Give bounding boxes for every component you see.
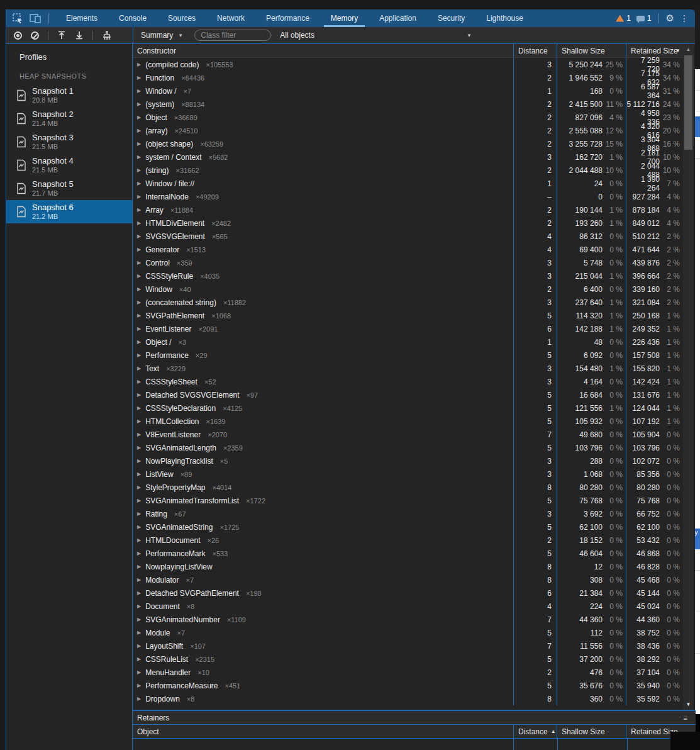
table-row[interactable]: ▶SVGPathElement×10685114 3201 %250 1681 … [133,309,683,322]
load-profile-icon[interactable] [57,31,66,40]
table-row[interactable]: ▶Window×4026 4000 %339 1602 % [133,283,683,296]
table-row[interactable]: ▶Rating×6733 6920 %66 7520 % [133,507,683,520]
expander-icon[interactable]: ▶ [137,62,141,67]
tab-memory[interactable]: Memory [320,9,369,27]
record-heap-snapshot-icon[interactable] [14,31,22,40]
expander-icon[interactable]: ▶ [137,643,141,649]
table-row[interactable]: ▶PerformanceMark×533546 6040 %46 8680 % [133,547,683,560]
expander-icon[interactable]: ▶ [137,339,141,345]
expander-icon[interactable]: ▶ [137,537,141,543]
table-row[interactable]: ▶PerformanceMeasure×451535 6760 %35 9400… [133,679,683,692]
save-profile-icon[interactable] [75,31,84,40]
table-row[interactable]: ▶CSSStyleDeclaration×41255121 5561 %124 … [133,401,683,415]
expander-icon[interactable]: ▶ [137,286,141,292]
table-row[interactable]: ▶NowplayingListView8120 %46 8280 % [133,560,683,573]
expander-icon[interactable]: ▶ [137,590,141,596]
expander-icon[interactable]: ▶ [137,167,141,173]
expander-icon[interactable]: ▶ [137,405,141,411]
table-row[interactable]: ▶(concatenated string)×118823237 6401 %3… [133,296,683,309]
expander-icon[interactable]: ▶ [137,115,141,120]
expander-icon[interactable]: ▶ [137,418,141,424]
expander-icon[interactable]: ▶ [137,577,141,583]
expander-icon[interactable]: ▶ [137,101,141,107]
expander-icon[interactable]: ▶ [137,630,141,635]
table-row[interactable]: ▶CSSStyleRule×40353215 0441 %396 6642 % [133,269,683,283]
column-header-object[interactable]: Object [133,725,513,738]
table-row[interactable]: ▶ListView×8931 0680 %85 3560 % [133,467,683,481]
table-row[interactable]: ▶Text×32293154 4801 %155 8201 % [133,362,683,375]
table-row[interactable]: ▶Array×118842190 1441 %878 1844 % [133,203,683,216]
inspect-element-icon[interactable] [13,13,23,24]
column-header-constructor[interactable]: Constructor [133,44,513,57]
tab-console[interactable]: Console [108,9,157,27]
table-row[interactable]: ▶SVGAnimatedString×1725562 1000 %62 1000… [133,520,683,534]
expander-icon[interactable]: ▶ [137,683,141,688]
table-row[interactable]: ▶Window / file://1240 %1 390 2647 % [133,177,683,190]
column-header-shallow-size[interactable]: Shallow Size [557,44,626,57]
expander-icon[interactable]: ▶ [137,75,141,81]
retainers-menu-icon[interactable]: ≡ [684,714,688,722]
expander-icon[interactable]: ▶ [137,432,141,437]
table-row[interactable]: ▶Window /×711680 %6 587 36431 % [133,84,683,98]
settings-gear-icon[interactable]: ⚙ [666,13,674,24]
table-row[interactable]: ▶SVGAnimatedTransformList×1722575 7680 %… [133,494,683,507]
expander-icon[interactable]: ▶ [137,299,141,305]
table-row[interactable]: ▶system / Context×56823162 7201 %2 181 7… [133,150,683,164]
table-row[interactable]: ▶HTMLCollection×16395105 9320 %107 1921 … [133,415,683,428]
expander-icon[interactable]: ▶ [137,352,141,358]
table-row[interactable]: ▶Modulator×783080 %45 4680 % [133,573,683,586]
table-row[interactable]: ▶Dropdown×883600 %35 5920 % [133,692,683,705]
expander-icon[interactable]: ▶ [137,392,141,398]
table-row[interactable]: ▶SVGAnimatedLength×23595103 7960 %103 79… [133,441,683,454]
expander-icon[interactable]: ▶ [137,669,141,675]
tab-security[interactable]: Security [427,9,475,27]
scroll-up-icon[interactable]: ▲ [683,45,694,54]
grid-scrollbar[interactable]: ▲ ▼ [683,44,694,710]
expander-icon[interactable]: ▶ [137,484,141,490]
expander-icon[interactable]: ▶ [137,273,141,279]
table-row[interactable]: ▶Document×842240 %45 0240 % [133,600,683,613]
table-row[interactable]: ▶(array)×2451022 555 08812 %4 320 61620 … [133,124,683,137]
objects-scope-select[interactable]: All objects ▼ [280,31,314,40]
table-row[interactable]: ▶Control×35935 7480 %439 8762 % [133,256,683,269]
tab-sources[interactable]: Sources [157,9,206,27]
table-row[interactable]: ▶CSSRuleList×2315537 2000 %38 2920 % [133,652,683,666]
table-row[interactable]: ▶StylePropertyMap×4014880 2800 %80 2800 … [133,481,683,494]
expander-icon[interactable]: ▶ [137,181,141,186]
tab-application[interactable]: Application [369,9,427,27]
expander-icon[interactable]: ▶ [137,696,141,702]
table-row[interactable]: ▶Object×366892827 0964 %4 958 33623 % [133,111,683,124]
expander-icon[interactable]: ▶ [137,233,141,239]
expander-icon[interactable]: ▶ [137,603,141,609]
expander-icon[interactable]: ▶ [137,366,141,371]
table-row[interactable]: ▶Object /×31480 %226 4361 % [133,335,683,349]
column-header-distance[interactable]: Distance ▲ [513,725,557,738]
snapshot-item[interactable]: Snapshot 421.5 MB [6,154,132,177]
expander-icon[interactable]: ▶ [137,260,141,266]
table-row[interactable]: ▶LayoutShift×107711 5560 %38 4360 % [133,639,683,652]
table-row[interactable]: ▶(compiled code)×10555335 250 24425 %7 2… [133,58,683,71]
expander-icon[interactable]: ▶ [137,498,141,503]
expander-icon[interactable]: ▶ [137,511,141,517]
tab-lighthouse[interactable]: Lighthouse [475,9,534,27]
tab-elements[interactable]: Elements [55,9,108,27]
expander-icon[interactable]: ▶ [137,326,141,332]
snapshot-item[interactable]: Snapshot 120.8 MB [6,84,132,107]
table-row[interactable]: ▶Function×6443621 946 5529 %7 175 63234 … [133,71,683,84]
expander-icon[interactable]: ▶ [137,617,141,622]
table-row[interactable]: ▶(string)×3166222 044 48810 %2 044 48810… [133,164,683,177]
column-header-shallow-size[interactable]: Shallow Size [557,725,626,738]
expander-icon[interactable]: ▶ [137,471,141,477]
expander-icon[interactable]: ▶ [137,88,141,94]
expander-icon[interactable]: ▶ [137,656,141,662]
table-row[interactable]: ▶HTMLDivElement×24822193 2601 %849 0124 … [133,216,683,230]
expander-icon[interactable]: ▶ [137,207,141,213]
expander-icon[interactable]: ▶ [137,220,141,226]
table-row[interactable]: ▶InternalNode×49209–00 %927 2844 % [133,190,683,203]
class-filter-input[interactable]: Class filter [194,30,271,41]
table-row[interactable]: ▶HTMLDocument×26218 1520 %53 4320 % [133,534,683,547]
expander-icon[interactable]: ▶ [137,128,141,133]
device-toolbar-icon[interactable] [30,14,41,23]
tab-performance[interactable]: Performance [255,9,320,27]
expander-icon[interactable]: ▶ [137,524,141,530]
